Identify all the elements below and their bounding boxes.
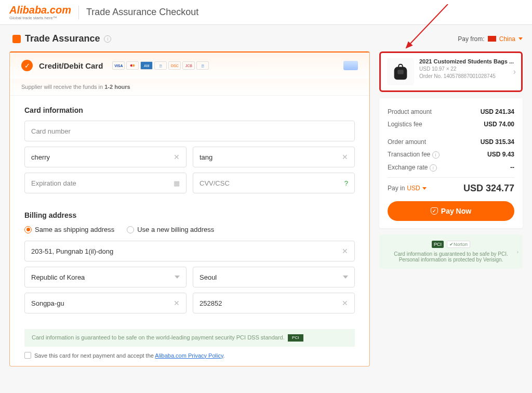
card-preview-icon — [343, 61, 358, 70]
page-title: Trade Assurance Checkout — [86, 7, 198, 18]
expiration-input[interactable]: Expiration date▦ — [24, 173, 187, 193]
pci-badge-icon: PCI — [288, 334, 303, 342]
chevron-right-icon: › — [513, 67, 516, 76]
clear-icon[interactable]: ✕ — [174, 153, 180, 161]
flag-icon — [488, 36, 496, 42]
payment-method-row[interactable]: ✓ Credit/Debit Card VISA AM ⍰ DSC JCB ⍰ — [10, 53, 369, 78]
price-summary: Product amountUSD 241.34 Logistics feeUS… — [379, 98, 523, 228]
calendar-icon[interactable]: ▦ — [174, 179, 180, 187]
pci-logo-icon: PCI — [432, 241, 444, 248]
chevron-down-icon — [518, 37, 523, 40]
card-info-heading: Card information — [24, 106, 355, 114]
order-item-price: USD 10.97 × 22 — [419, 66, 515, 72]
first-name-input[interactable]: cherry✕ — [24, 147, 187, 167]
city-select[interactable]: Seoul — [193, 267, 355, 287]
svg-rect-0 — [397, 70, 403, 74]
order-summary-item[interactable]: 2021 Customized Students Bags ... USD 10… — [379, 51, 523, 92]
order-total: USD 324.77 — [463, 183, 514, 194]
cvv-input[interactable]: CVV/CSC? — [193, 173, 355, 193]
check-icon: ✓ — [21, 60, 33, 71]
billing-heading: Billing address — [24, 211, 355, 219]
pay-from-label: Pay from: — [458, 35, 484, 43]
order-number: Order No. 140578887001028745 — [419, 73, 515, 79]
last-name-input[interactable]: tang✕ — [193, 147, 355, 167]
product-thumbnail — [387, 58, 414, 85]
shield-icon — [12, 35, 21, 43]
radio-new-address[interactable]: Use a new billing address — [127, 226, 214, 233]
brand-name: Alibaba.com — [9, 4, 71, 16]
clear-icon[interactable]: ✕ — [342, 247, 348, 255]
payment-method-label: Credit/Debit Card — [39, 61, 103, 70]
info-icon[interactable]: i — [432, 151, 440, 159]
pci-notice: Card information is guaranteed to be saf… — [24, 329, 355, 347]
card-brand-logos: VISA AM ⍰ DSC JCB ⍰ — [112, 61, 209, 70]
privacy-policy-link[interactable]: Alibaba.com Privacy Policy — [155, 352, 223, 359]
order-item-name: 2021 Customized Students Bags ... — [419, 58, 515, 64]
pay-from-country: China — [499, 35, 515, 43]
chevron-down-icon — [422, 187, 427, 190]
pay-in-currency[interactable]: Pay in USD — [388, 185, 427, 192]
country-select[interactable]: Republic of Korea — [24, 267, 187, 287]
logo[interactable]: Alibaba.com Global trade starts here™ — [9, 4, 71, 20]
radio-same-address[interactable]: Same as shipping address — [24, 226, 114, 233]
card-number-input[interactable]: Card number — [24, 121, 355, 141]
brand-tagline: Global trade starts here™ — [9, 16, 71, 20]
clear-icon[interactable]: ✕ — [174, 299, 180, 307]
clear-icon[interactable]: ✕ — [342, 299, 348, 307]
norton-logo-icon: ✔Norton — [447, 241, 470, 248]
info-icon[interactable]: i — [430, 164, 437, 172]
payment-panel: ✓ Credit/Debit Card VISA AM ⍰ DSC JCB ⍰ … — [9, 51, 370, 366]
trade-assurance-heading: Trade Assurance — [25, 33, 100, 44]
info-icon[interactable]: i — [104, 35, 111, 43]
postcode-input[interactable]: 252852✕ — [193, 293, 355, 313]
district-input[interactable]: Songpa-gu✕ — [24, 293, 187, 313]
divider — [78, 6, 79, 19]
save-card-label: Save this card for next payment and acce… — [34, 352, 225, 359]
top-bar: Alibaba.com Global trade starts here™ Tr… — [0, 0, 532, 25]
address-line1-input[interactable]: 203-51, Pungnab 1(il)-dong✕ — [24, 241, 355, 261]
security-guarantee-panel[interactable]: PCI✔Norton Card information is guarantee… — [379, 234, 523, 269]
save-card-checkbox[interactable] — [24, 352, 31, 359]
chevron-right-icon: › — [517, 248, 518, 254]
pay-now-button[interactable]: ✓Pay Now — [388, 201, 514, 221]
clear-icon[interactable]: ✕ — [342, 153, 348, 161]
chevron-down-icon — [175, 276, 180, 279]
funds-timing-note: Supplier will receive the funds in 1-2 h… — [10, 78, 369, 96]
help-icon[interactable]: ? — [344, 179, 348, 187]
pay-from-selector[interactable]: Pay from: China — [458, 35, 523, 43]
chevron-down-icon — [343, 276, 348, 279]
shield-icon: ✓ — [431, 207, 438, 215]
